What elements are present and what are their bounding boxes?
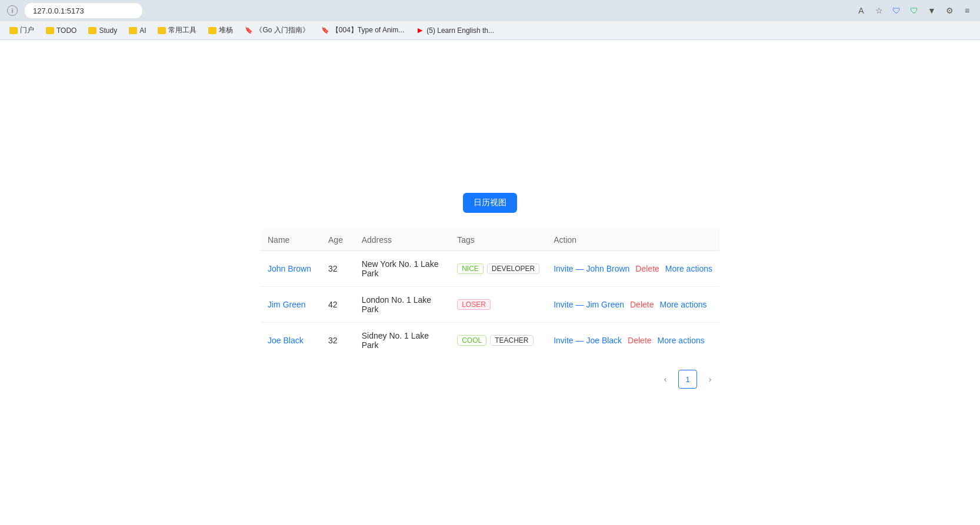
tag-nice: NICE bbox=[457, 263, 484, 274]
cell-action-joe: Invite — Joe Black Delete More actions bbox=[546, 323, 719, 359]
tags-container: COOL TEACHER bbox=[457, 335, 539, 346]
info-icon[interactable]: i bbox=[7, 5, 18, 16]
tag-loser: LOSER bbox=[457, 299, 491, 310]
cell-age-joe: 32 bbox=[321, 323, 355, 359]
bookmarks-bar: 门户 TODO Study AI 常用工具 堆杨 🔖 《Go 入门指南》 🔖 【… bbox=[0, 21, 980, 40]
url-bar[interactable]: 127.0.0.1:5173 bbox=[25, 3, 142, 18]
bookmark-english[interactable]: ▶ (5) Learn English th... bbox=[411, 25, 499, 36]
delete-joe-button[interactable]: Delete bbox=[628, 336, 651, 345]
cell-name-jim: Jim Green bbox=[261, 287, 321, 323]
link-john-brown[interactable]: John Brown bbox=[268, 264, 311, 273]
more-actions-john-button[interactable]: More actions bbox=[665, 264, 712, 273]
action-container: Invite — John Brown Delete More actions bbox=[554, 264, 712, 273]
action-container: Invite — Joe Black Delete More actions bbox=[554, 336, 712, 345]
bookmark-duiyang[interactable]: 堆杨 bbox=[204, 24, 238, 36]
action-container: Invite — Jim Green Delete More actions bbox=[554, 300, 712, 309]
col-header-age: Age bbox=[321, 229, 355, 251]
folder-icon bbox=[208, 27, 216, 34]
dropdown-icon[interactable]: ▼ bbox=[926, 5, 938, 16]
browser-bar: i 127.0.0.1:5173 A ☆ 🛡 🛡 ▼ ⚙ ≡ bbox=[0, 0, 980, 21]
cell-address-john: New York No. 1 Lake Park bbox=[355, 251, 450, 287]
link-joe-black[interactable]: Joe Black bbox=[268, 336, 304, 345]
link-icon: 🔖 bbox=[321, 26, 329, 35]
cell-action-jim: Invite — Jim Green Delete More actions bbox=[546, 287, 719, 323]
col-header-action: Action bbox=[546, 229, 719, 251]
pagination: ‹ 1 › bbox=[261, 370, 719, 389]
page-content: 日历视图 Name Age Address Tags Action John B… bbox=[0, 40, 980, 525]
settings-icon[interactable]: ⚙ bbox=[944, 5, 955, 16]
col-header-tags: Tags bbox=[450, 229, 546, 251]
invite-john-button[interactable]: Invite — John Brown bbox=[554, 264, 629, 273]
table-row: Joe Black 32 Sidney No. 1 Lake Park COOL… bbox=[261, 323, 719, 359]
delete-jim-button[interactable]: Delete bbox=[630, 300, 654, 309]
menu-icon[interactable]: ≡ bbox=[961, 5, 973, 16]
folder-icon bbox=[9, 27, 18, 34]
browser-actions: A ☆ 🛡 🛡 ▼ ⚙ ≡ bbox=[855, 5, 973, 16]
shield-blue-icon[interactable]: 🛡 bbox=[891, 5, 902, 16]
folder-icon bbox=[129, 27, 137, 34]
tag-teacher: TEACHER bbox=[490, 335, 533, 346]
cell-action-john: Invite — John Brown Delete More actions bbox=[546, 251, 719, 287]
table-row: John Brown 32 New York No. 1 Lake Park N… bbox=[261, 251, 719, 287]
more-actions-jim-button[interactable]: More actions bbox=[659, 300, 706, 309]
table-header-row: Name Age Address Tags Action bbox=[261, 229, 719, 251]
pagination-next[interactable]: › bbox=[701, 370, 719, 389]
star-icon[interactable]: ☆ bbox=[873, 5, 885, 16]
cell-name-john: John Brown bbox=[261, 251, 321, 287]
bookmark-tools[interactable]: 常用工具 bbox=[153, 24, 201, 36]
link-jim-green[interactable]: Jim Green bbox=[268, 300, 306, 309]
font-size-icon[interactable]: A bbox=[855, 5, 867, 16]
col-header-address: Address bbox=[355, 229, 450, 251]
bookmark-menhuo[interactable]: 门户 bbox=[5, 24, 39, 36]
cell-age-jim: 42 bbox=[321, 287, 355, 323]
tag-developer: DEVELOPER bbox=[487, 263, 539, 274]
delete-john-button[interactable]: Delete bbox=[635, 264, 659, 273]
invite-joe-button[interactable]: Invite — Joe Black bbox=[554, 336, 622, 345]
col-header-name: Name bbox=[261, 229, 321, 251]
table-container: Name Age Address Tags Action John Brown … bbox=[261, 229, 719, 389]
folder-icon bbox=[88, 27, 96, 34]
link-icon: 🔖 bbox=[245, 26, 253, 35]
data-table: Name Age Address Tags Action John Brown … bbox=[261, 229, 719, 358]
cell-address-jim: London No. 1 Lake Park bbox=[355, 287, 450, 323]
tags-container: NICE DEVELOPER bbox=[457, 263, 539, 274]
bookmark-study[interactable]: Study bbox=[84, 25, 122, 36]
tag-cool: COOL bbox=[457, 335, 486, 346]
cell-address-joe: Sidney No. 1 Lake Park bbox=[355, 323, 450, 359]
table-row: Jim Green 42 London No. 1 Lake Park LOSE… bbox=[261, 287, 719, 323]
folder-icon bbox=[158, 27, 166, 34]
pagination-page-1[interactable]: 1 bbox=[678, 370, 697, 389]
tags-container: LOSER bbox=[457, 299, 539, 310]
more-actions-joe-button[interactable]: More actions bbox=[658, 336, 705, 345]
cell-name-joe: Joe Black bbox=[261, 323, 321, 359]
bookmark-go[interactable]: 🔖 《Go 入门指南》 bbox=[240, 24, 314, 36]
cell-tags-john: NICE DEVELOPER bbox=[450, 251, 546, 287]
cell-tags-jim: LOSER bbox=[450, 287, 546, 323]
bookmark-anim[interactable]: 🔖 【004】Type of Anim... bbox=[316, 24, 409, 36]
link-icon: ▶ bbox=[416, 26, 424, 35]
calendar-button[interactable]: 日历视图 bbox=[463, 193, 517, 213]
shield-green-icon[interactable]: 🛡 bbox=[908, 5, 920, 16]
bookmark-ai[interactable]: AI bbox=[124, 25, 151, 36]
cell-age-john: 32 bbox=[321, 251, 355, 287]
invite-jim-button[interactable]: Invite — Jim Green bbox=[554, 300, 624, 309]
pagination-prev[interactable]: ‹ bbox=[656, 370, 675, 389]
cell-tags-joe: COOL TEACHER bbox=[450, 323, 546, 359]
bookmark-todo[interactable]: TODO bbox=[41, 25, 81, 36]
folder-icon bbox=[46, 27, 54, 34]
